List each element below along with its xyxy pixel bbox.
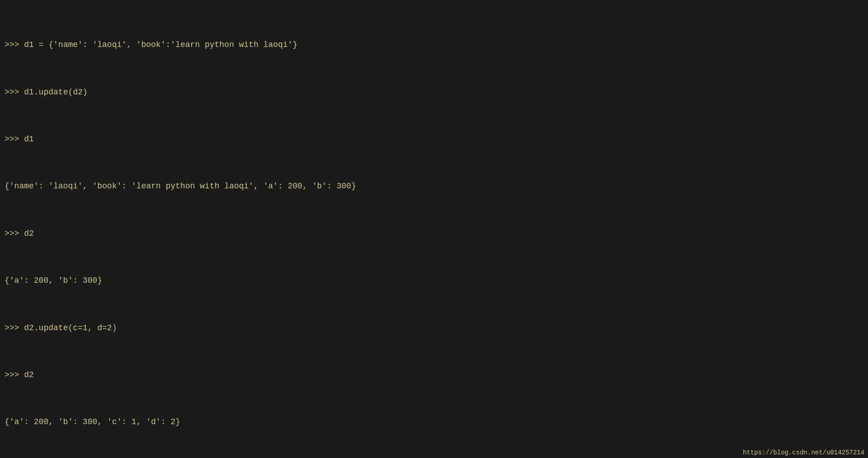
line-1: >>> d1 = {'name': 'laoqi', 'book':'learn…: [5, 39, 863, 51]
prompt: >>>: [5, 40, 24, 49]
line-2: >>> d1.update(d2): [5, 86, 863, 98]
terminal-window: >>> d1 = {'name': 'laoqi', 'book':'learn…: [0, 0, 868, 458]
status-bar: https://blog.csdn.net/u014257214: [739, 447, 868, 458]
line-5: >>> d2: [5, 228, 863, 239]
line-3: >>> d1: [5, 133, 863, 145]
line-7: >>> d2.update(c=1, d=2): [5, 322, 863, 334]
line-8: >>> d2: [5, 369, 863, 381]
line-6: {'a': 200, 'b': 300}: [5, 275, 863, 286]
status-url: https://blog.csdn.net/u014257214: [743, 449, 864, 456]
terminal-content: >>> d1 = {'name': 'laoqi', 'book':'learn…: [5, 4, 863, 458]
line-4: {'name': 'laoqi', 'book': 'learn python …: [5, 180, 863, 192]
line-9: {'a': 200, 'b': 300, 'c': 1, 'd': 2}: [5, 416, 863, 428]
